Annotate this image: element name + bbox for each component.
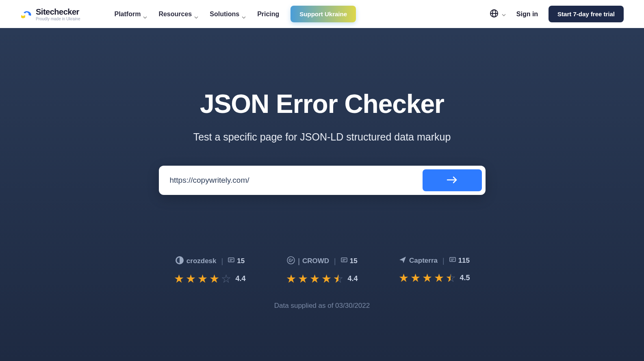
review-capterra: Capterra | 115 ★ ★ ★ ★ ☆ ★ 4 [399,256,470,285]
star-icon: ★ [197,272,208,285]
chevron-down-icon [143,13,147,15]
star-icon: ★ [399,271,409,285]
submit-button[interactable] [423,169,482,191]
review-header: Capterra | 115 [399,256,470,266]
review-count: 15 [350,257,358,265]
review-count: 15 [237,257,245,265]
star-icon: ★ [174,272,184,285]
star-icon: ★ [422,271,432,285]
start-trial-button[interactable]: Start 7-day free trial [549,6,624,22]
svg-rect-5 [228,258,234,262]
review-count-group: 15 [341,257,358,265]
g2-icon: G² [286,256,295,266]
header-actions: Sign in Start 7-day free trial [490,6,624,22]
chevron-down-icon [502,11,506,18]
nav-pricing[interactable]: Pricing [257,11,279,18]
star-icon: ★ [286,272,296,285]
rating-value: 4.4 [347,275,358,283]
nav-platform-label: Platform [115,11,141,18]
star-icon: ★ [298,272,308,285]
nav-platform[interactable]: Platform [115,11,147,18]
svg-rect-13 [450,257,455,262]
star-icon: ★ [209,272,219,285]
nav-resources[interactable]: Resources [158,11,198,18]
star-icon: ★ [410,271,421,285]
brand-logo: Capterra [399,256,438,266]
url-input-wrapper [159,166,486,195]
logo-title: Sitechecker [36,7,80,17]
logo[interactable]: Sitechecker Proudly made in Ukraine [20,7,80,21]
star-icon: ★ [186,272,196,285]
sign-in-link[interactable]: Sign in [516,11,538,18]
language-selector[interactable] [490,9,506,19]
star-half-icon: ☆ ★ [333,272,343,285]
crozdesk-icon [175,256,184,266]
star-outline-icon: ☆ [221,272,231,285]
logo-icon [20,9,33,19]
main-nav: Platform Resources Solutions Pricing Sup… [115,6,356,22]
brand-logo: crozdesk [175,256,217,266]
review-count-group: 115 [449,257,470,265]
review-crozdesk: crozdesk | 15 ★ ★ ★ ★ ☆ 4.4 [174,256,245,285]
nav-pricing-label: Pricing [257,11,279,18]
brand-logo: G² | CROWD [286,256,329,266]
support-ukraine-button[interactable]: Support Ukraine [291,6,356,22]
url-input[interactable] [163,170,418,190]
logo-text: Sitechecker Proudly made in Ukraine [36,7,80,21]
comment-icon [341,257,347,265]
nav-resources-label: Resources [158,11,192,18]
nav-solutions[interactable]: Solutions [210,11,246,18]
divider: | [298,257,300,266]
brand-name: crozdesk [186,257,217,265]
star-icon: ★ [310,272,320,285]
svg-text:G²: G² [289,258,294,263]
review-count: 115 [458,257,470,265]
arrow-right-icon [447,176,458,185]
star-rating: ★ ★ ★ ★ ☆ ★ 4.4 [286,272,358,285]
brand-name: CROWD [302,257,329,265]
star-icon: ★ [321,272,332,285]
star-half-icon: ☆ ★ [446,271,456,285]
globe-icon [490,9,499,19]
divider: | [442,257,445,265]
logo-subtitle: Proudly made in Ukraine [36,17,80,21]
chevron-down-icon [242,13,246,15]
page-subtitle: Test a specific page for JSON-LD structu… [8,131,636,143]
comment-icon [228,257,234,265]
reviews-row: crozdesk | 15 ★ ★ ★ ★ ☆ 4.4 [8,256,636,285]
hero-section: JSON Error Checker Test a specific page … [0,28,644,361]
data-supplied-date: Data supplied as of 03/30/2022 [8,302,636,310]
brand-name: Capterra [409,257,438,265]
nav-solutions-label: Solutions [210,11,239,18]
star-rating: ★ ★ ★ ★ ☆ 4.4 [174,272,245,285]
review-g2crowd: G² | CROWD | 15 ★ ★ ★ ★ [286,256,358,285]
star-icon: ★ [434,271,444,285]
rating-value: 4.4 [235,275,245,283]
rating-value: 4.5 [460,274,470,282]
review-header: G² | CROWD | 15 [286,256,357,266]
capterra-icon [399,256,407,266]
review-header: crozdesk | 15 [175,256,245,266]
star-rating: ★ ★ ★ ★ ☆ ★ 4.5 [399,271,470,285]
review-count-group: 15 [228,257,245,265]
chevron-down-icon [194,13,198,15]
svg-rect-10 [341,258,347,262]
divider: | [334,257,336,266]
site-header: Sitechecker Proudly made in Ukraine Plat… [0,0,644,28]
comment-icon [449,257,456,265]
page-title: JSON Error Checker [8,89,636,119]
divider: | [221,257,223,266]
